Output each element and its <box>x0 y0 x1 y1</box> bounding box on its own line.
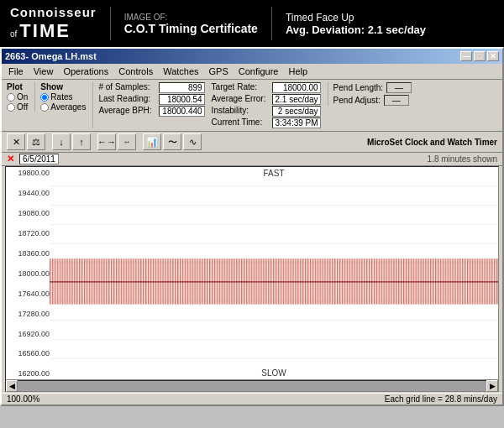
show-label: Show <box>40 82 86 91</box>
pend-length-row: Pend Length: — <box>333 82 412 93</box>
chart-container: 19800.00 19440.00 19080.00 18720.00 1836… <box>5 166 499 380</box>
tool-btn-wave2[interactable]: ∿ <box>183 133 202 150</box>
brand-certificate: C.O.T Timing Certificate <box>124 22 258 35</box>
y-label-1: 19440.00 <box>8 189 50 197</box>
pend-length-value: — <box>386 82 412 93</box>
statusbar-bottom: 100.00% Each grid line = 28.8 mins/day <box>2 393 502 405</box>
plot-off-radio[interactable] <box>7 103 15 112</box>
plot-section: Plot On Off <box>7 82 28 112</box>
y-label-0: 19800.00 <box>8 169 50 177</box>
brand-info: IMAGE OF: C.O.T Timing Certificate <box>124 13 258 35</box>
plot-on-radio[interactable] <box>7 93 15 102</box>
menu-operations[interactable]: Operations <box>58 65 113 78</box>
y-label-2: 19080.00 <box>8 209 50 217</box>
scroll-track[interactable] <box>18 381 486 391</box>
y-label-9: 16560.00 <box>8 349 50 358</box>
plot-on-row: On <box>7 92 28 102</box>
date-field[interactable]: 6/5/2011 <box>19 154 59 164</box>
brand-deviation: Avg. Deviation: 2.1 sec/day <box>286 23 426 36</box>
brand-time: TIME <box>19 20 71 42</box>
menu-gps[interactable]: GPS <box>204 65 234 78</box>
average-bph-value: 18000.440 <box>159 106 205 117</box>
brand-of: of <box>10 29 17 39</box>
samples-label: # of Samples: <box>98 82 151 93</box>
tool-btn-x[interactable]: ✕ <box>7 133 25 150</box>
menu-help[interactable]: Help <box>284 65 313 78</box>
main-window: 2663- Omega LH.mst — □ ✕ File View Opera… <box>0 47 504 406</box>
chart-svg <box>50 167 498 379</box>
last-reading-value: 18000.54 <box>159 94 205 105</box>
tool-btn-zoom-in[interactable]: ↔ <box>118 133 136 150</box>
toolbar2: ✕ ⚖ ↓ ↑ ←→ ↔ 📊 〜 ∿ MicroSet Clock and Wa… <box>2 132 502 153</box>
titlebar: 2663- Omega LH.mst — □ ✕ <box>2 49 502 64</box>
minutes-shown: 1.8 minutes shown <box>428 154 497 164</box>
menu-controls[interactable]: Controls <box>113 65 158 78</box>
current-time-value: 3:34:39 PM <box>272 117 320 128</box>
plot-off-row: Off <box>7 102 28 112</box>
y-label-10: 16200.00 <box>8 369 50 378</box>
menu-view[interactable]: View <box>29 65 59 78</box>
statusbar-top: ✕ 6/5/2011 1.8 minutes shown <box>2 153 502 166</box>
tool-btn-scale[interactable]: ⚖ <box>27 133 45 150</box>
brand-face-up: Timed Face Up <box>286 12 426 23</box>
target-rate-value: 18000.00 <box>272 82 320 93</box>
show-section: Show Rates Averages <box>34 82 86 112</box>
pend-adjust-label: Pend Adjust: <box>333 96 381 105</box>
tool-btn-wave1[interactable]: 〜 <box>163 133 181 150</box>
tool-btn-left-right[interactable]: ←→ <box>97 133 116 150</box>
pend-length-label: Pend Length: <box>333 83 384 92</box>
last-reading-label: Last Reading: <box>98 94 151 105</box>
plot-on-label: On <box>17 92 28 102</box>
y-label-4: 18360.00 <box>8 249 50 258</box>
menu-watches[interactable]: Watches <box>158 65 203 78</box>
minimize-button[interactable]: — <box>460 51 472 61</box>
y-label-8: 16920.00 <box>8 330 50 338</box>
avg-error-value: 2.1 sec/day <box>272 94 320 105</box>
chart-label-slow: SLOW <box>261 368 286 378</box>
brand-timing: Timed Face Up Avg. Deviation: 2.1 sec/da… <box>286 12 426 36</box>
brand-deviation-value: 2.1 sec/day <box>368 23 426 36</box>
show-averages-label: Averages <box>50 102 86 112</box>
brand-divider2 <box>271 7 272 40</box>
plot-radio-group: On Off <box>7 92 28 112</box>
toolbar-area: Plot On Off Show Rates Averages <box>2 80 502 132</box>
show-rates-label: Rates <box>50 92 72 102</box>
brand-deviation-label: Avg. Deviation: <box>286 23 365 36</box>
brand-divider <box>110 7 111 40</box>
maximize-button[interactable]: □ <box>474 51 486 61</box>
tool-btn-chart[interactable]: 📊 <box>143 133 161 150</box>
microset-label: MicroSet Clock and Watch Timer <box>367 138 497 147</box>
zoom-percent: 100.00% <box>7 394 39 404</box>
show-averages-radio[interactable] <box>40 103 49 112</box>
instability-label: Instability: <box>212 106 266 117</box>
plot-label: Plot <box>7 82 28 91</box>
brand-image-of-label: IMAGE OF: <box>124 13 258 22</box>
close-button[interactable]: ✕ <box>487 51 499 61</box>
menu-configure[interactable]: Configure <box>234 65 284 78</box>
show-rates-radio[interactable] <box>40 93 49 102</box>
samples-value: 899 <box>159 82 205 93</box>
y-label-7: 17280.00 <box>8 310 50 318</box>
target-rate-label: Target Rate: <box>212 82 266 93</box>
show-rates-row: Rates <box>40 92 86 102</box>
instability-value: 2 secs/day <box>272 106 320 117</box>
scrollbar-area[interactable]: ◀ ▶ <box>5 380 499 392</box>
avg-error-label: Average Error: <box>212 94 266 105</box>
scroll-right-btn[interactable]: ▶ <box>486 380 498 392</box>
window-title: 2663- Omega LH.mst <box>5 51 97 61</box>
tool-btn-down[interactable]: ↓ <box>52 133 71 150</box>
pend-adjust-row: Pend Adjust: — <box>333 95 412 106</box>
show-averages-row: Averages <box>40 102 86 112</box>
pend-adjust-value: — <box>384 95 409 106</box>
y-axis: 19800.00 19440.00 19080.00 18720.00 1836… <box>6 167 50 379</box>
stats-section: # of Samples: 899 Target Rate: 18000.00 … <box>92 82 320 128</box>
titlebar-buttons: — □ ✕ <box>460 51 499 61</box>
menu-file[interactable]: File <box>3 65 29 78</box>
pend-section: Pend Length: — Pend Adjust: — <box>328 82 412 106</box>
chart-plot-area: FAST <box>50 167 498 379</box>
status-x-btn[interactable]: ✕ <box>7 154 14 164</box>
y-label-5: 18000.00 <box>8 269 50 278</box>
plot-off-label: Off <box>17 102 28 112</box>
scroll-left-btn[interactable]: ◀ <box>6 380 18 392</box>
tool-btn-up[interactable]: ↑ <box>72 133 91 150</box>
